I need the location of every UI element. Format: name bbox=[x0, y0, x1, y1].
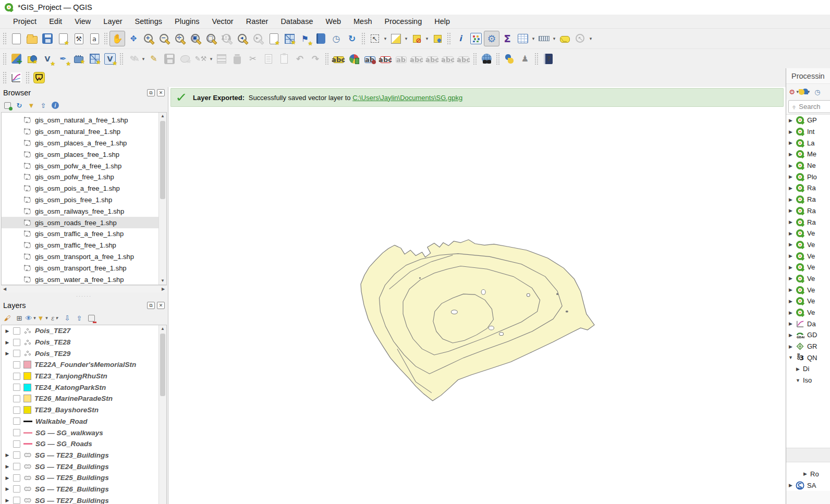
toggle-editing-button[interactable]: ✎ bbox=[146, 51, 162, 67]
map-canvas[interactable]: ✓ Layer Exported: Successfully saved vec… bbox=[168, 87, 786, 504]
layer-checkbox[interactable] bbox=[13, 373, 20, 380]
current-edits-dropdown[interactable]: ▾ bbox=[141, 56, 146, 62]
expand-all-icon[interactable]: ⇩ bbox=[62, 313, 72, 323]
toolbox-item[interactable]: ▶Ra bbox=[786, 182, 830, 194]
layer-row[interactable]: ▶SG — TE27_Buildings bbox=[2, 495, 166, 504]
expand-arrow-icon[interactable]: ▶ bbox=[5, 464, 10, 469]
panel-splitter[interactable]: ······ bbox=[0, 292, 168, 300]
select-features-dropdown[interactable]: ▾ bbox=[383, 36, 388, 41]
zoom-native-button[interactable]: 1:1 bbox=[219, 31, 235, 46]
layer-checkbox[interactable] bbox=[13, 451, 20, 459]
layer-checkbox[interactable] bbox=[13, 361, 20, 368]
expand-arrow-icon[interactable]: ▶ bbox=[788, 483, 793, 488]
layer-checkbox[interactable] bbox=[13, 384, 20, 391]
toolbar-grip[interactable] bbox=[3, 32, 7, 45]
browser-horizontal-scrollbar[interactable]: ◀ ▶ bbox=[1, 285, 167, 292]
select-by-form-dropdown[interactable]: ▾ bbox=[404, 36, 409, 41]
new-3d-map-view-button[interactable] bbox=[282, 31, 297, 46]
undo-button[interactable]: ↶ bbox=[292, 51, 308, 67]
cut-features-button[interactable]: ✂ bbox=[245, 51, 261, 67]
toolbar-grip[interactable] bbox=[534, 53, 539, 65]
toolbar-grip[interactable] bbox=[447, 32, 451, 45]
expand-arrow-icon[interactable]: ▶ bbox=[788, 163, 793, 168]
digitize-with-segment-button[interactable] bbox=[177, 51, 193, 67]
expand-arrow-icon[interactable]: ▶ bbox=[5, 340, 10, 345]
osm-place-search-button[interactable] bbox=[479, 51, 494, 67]
message-link[interactable]: C:\Users\Jaylin\Documents\SG.gpkg bbox=[352, 94, 462, 102]
toolbox-item[interactable]: ▶Me bbox=[786, 149, 830, 160]
add-group-icon[interactable]: ⊞ bbox=[14, 313, 25, 323]
toolbox-item[interactable]: ▶La bbox=[786, 137, 830, 149]
deselect-features-dropdown[interactable]: ▾ bbox=[424, 36, 430, 41]
metasearch-button[interactable]: ♟ bbox=[517, 51, 533, 67]
zoom-next-button[interactable]: ▸ bbox=[250, 31, 266, 46]
layer-checkbox[interactable] bbox=[13, 395, 20, 402]
zoom-in-button[interactable]: + bbox=[141, 31, 156, 46]
browser-item[interactable]: gis_osm_traffic_a_free_1.shp bbox=[2, 228, 166, 240]
expand-arrow-icon[interactable]: ▶ bbox=[788, 242, 793, 247]
history-icon[interactable]: ◷ bbox=[812, 87, 823, 97]
expand-arrow-icon[interactable]: ▶ bbox=[788, 129, 793, 134]
toolbox-item[interactable]: ▶Ve bbox=[786, 262, 830, 273]
new-spatialite-layer-button[interactable] bbox=[71, 51, 87, 67]
browser-item[interactable]: gis_osm_pois_a_free_1.shp bbox=[2, 183, 166, 194]
new-mesh-layer-button[interactable] bbox=[87, 51, 102, 67]
layer-checkbox[interactable] bbox=[13, 407, 20, 414]
toolbox-item[interactable]: ▶Ra bbox=[786, 194, 830, 205]
toolbox-item[interactable]: ▶Ne bbox=[786, 160, 830, 171]
browser-item[interactable]: gis_osm_places_a_free_1.shp bbox=[2, 138, 166, 149]
polygon-digitizing-button[interactable] bbox=[31, 70, 47, 85]
toolbox-item[interactable]: ▶Ro bbox=[786, 469, 830, 480]
filter-by-expression-icon[interactable]: ε▾ bbox=[50, 313, 60, 323]
toolbar-grip[interactable] bbox=[26, 71, 30, 84]
toolbox-item[interactable]: ▶Ra bbox=[786, 216, 830, 228]
browser-item[interactable]: gis_osm_natural_a_free_1.shp bbox=[2, 115, 166, 126]
expand-arrow-icon[interactable]: ▶ bbox=[788, 197, 793, 202]
layer-row[interactable]: ▶SG — TE25_Buildings bbox=[2, 472, 166, 484]
toolbox-item[interactable]: ▶GR bbox=[786, 341, 830, 352]
move-label-button[interactable]: ab bbox=[393, 51, 409, 67]
collapse-arrow-icon[interactable]: ▼ bbox=[788, 355, 793, 360]
browser-item[interactable]: gis_osm_transport_free_1.shp bbox=[2, 262, 166, 274]
layer-diagram-options-button[interactable] bbox=[346, 51, 362, 67]
zoom-full-extent-button[interactable]: ✛ bbox=[172, 31, 188, 46]
layer-checkbox[interactable] bbox=[13, 497, 20, 504]
expand-arrow-icon[interactable]: ▶ bbox=[5, 452, 10, 458]
style-manager-button[interactable]: a bbox=[87, 31, 102, 46]
filter-browser-icon[interactable]: ▼ bbox=[26, 100, 36, 110]
expand-arrow-icon[interactable]: ▶ bbox=[788, 333, 793, 338]
new-geopackage-layer-button[interactable]: ✒ bbox=[55, 51, 71, 67]
toolbox-item[interactable]: ▶SA bbox=[786, 480, 830, 491]
new-spatial-bookmark-button[interactable]: ⚑ bbox=[297, 31, 313, 46]
expand-arrow-icon[interactable]: ▶ bbox=[803, 471, 808, 476]
paste-features-button[interactable] bbox=[276, 51, 292, 67]
expand-arrow-icon[interactable]: ▶ bbox=[5, 328, 10, 334]
remove-layer-icon[interactable] bbox=[86, 313, 96, 323]
expand-arrow-icon[interactable]: ▶ bbox=[788, 310, 793, 315]
new-map-view-button[interactable] bbox=[266, 31, 282, 46]
menu-item-vector[interactable]: Vector bbox=[206, 16, 239, 27]
toolbox-item[interactable]: ▶Ve bbox=[786, 307, 830, 318]
pan-to-selection-button[interactable]: ✥ bbox=[125, 31, 141, 46]
open-layer-styling-icon[interactable]: 🖌 bbox=[2, 313, 13, 323]
layers-scroll-thumb[interactable] bbox=[160, 334, 165, 396]
browser-scroll-thumb[interactable] bbox=[160, 121, 165, 199]
identify-features-button[interactable]: i bbox=[453, 31, 468, 46]
layer-checkbox[interactable] bbox=[13, 485, 20, 493]
expand-arrow-icon[interactable]: ▶ bbox=[788, 152, 793, 157]
scroll-up-icon[interactable]: ▲ bbox=[159, 113, 166, 120]
layer-row[interactable]: SG — SG_walkways bbox=[2, 427, 166, 438]
browser-item[interactable]: gis_osm_pofw_a_free_1.shp bbox=[2, 160, 166, 171]
refresh-map-button[interactable]: ↻ bbox=[344, 31, 360, 46]
python-console-button[interactable] bbox=[502, 51, 517, 67]
show-statistical-sum-button[interactable]: Σ bbox=[499, 31, 515, 46]
open-attribute-table-dropdown[interactable]: ▾ bbox=[531, 36, 536, 41]
refresh-icon[interactable]: ↻ bbox=[14, 100, 25, 110]
new-print-layout-button[interactable] bbox=[55, 31, 71, 46]
zoom-to-selection-button[interactable]: ▣ bbox=[188, 31, 203, 46]
rotate-label-button[interactable]: abc bbox=[440, 51, 456, 67]
browser-item[interactable]: gis_osm_pofw_free_1.shp bbox=[2, 171, 166, 183]
measure-line-button[interactable] bbox=[536, 31, 552, 46]
add-vector-layer-button[interactable] bbox=[24, 51, 40, 67]
expand-arrow-icon[interactable]: ▶ bbox=[788, 186, 793, 191]
